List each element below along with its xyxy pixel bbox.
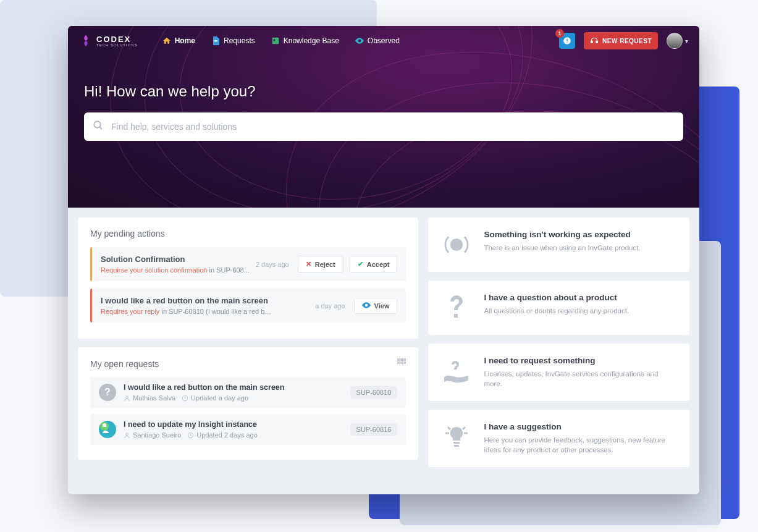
pending-action-card[interactable]: I would like a red button on the main sc…: [90, 289, 406, 323]
svg-rect-0: [214, 40, 217, 41]
headset-icon: [590, 36, 599, 45]
user-icon: [124, 432, 130, 439]
reject-button[interactable]: ✕ Reject: [298, 256, 343, 272]
svg-rect-3: [273, 39, 275, 40]
open-requests-panel: My open requests ? I would like a red bu…: [78, 347, 418, 460]
category-title: I need to request something: [484, 356, 676, 365]
svg-line-32: [463, 427, 465, 429]
view-button[interactable]: View: [354, 298, 398, 314]
category-title: I have a suggestion: [484, 422, 676, 431]
hand-icon: [442, 356, 471, 386]
lightbulb-icon: [442, 422, 471, 452]
svg-rect-4: [273, 40, 275, 41]
action-time: 2 days ago: [256, 261, 289, 268]
grid-view-toggle[interactable]: [397, 358, 406, 369]
logo-icon: [79, 34, 93, 48]
category-card-question[interactable]: I have a question about a product All qu…: [428, 281, 689, 335]
svg-rect-7: [566, 42, 567, 43]
svg-rect-13: [400, 358, 403, 361]
category-desc: Here you can provide feedback, suggestio…: [484, 435, 676, 455]
question-icon: [442, 293, 471, 323]
user-menu-button[interactable]: ▾: [667, 33, 688, 49]
request-title: I would like a red button on the main sc…: [124, 383, 343, 392]
clock-icon: [182, 395, 188, 402]
hero-banner: CODEX TECH SOLUTIONS Home Requests: [68, 26, 699, 208]
category-title: Something isn't working as expected: [484, 230, 640, 239]
nav-label: Observed: [368, 36, 400, 45]
request-meta: Santiago Sueiro Updated 2 days ago: [124, 431, 343, 439]
action-title: I would like a red button on the main sc…: [101, 296, 309, 305]
svg-point-18: [126, 395, 128, 398]
action-title: Solution Confirmation: [101, 255, 250, 264]
search-input[interactable]: [111, 122, 675, 132]
action-subtitle: Requirse your solution confirmation in S…: [101, 266, 250, 274]
nav-observed[interactable]: Observed: [354, 34, 401, 48]
svg-point-10: [94, 121, 101, 128]
open-request-card[interactable]: ? I would like a red button on the main …: [90, 377, 406, 408]
pending-actions-title: My pending actions: [90, 229, 406, 239]
svg-rect-9: [596, 41, 597, 43]
notification-count-badge: 1: [555, 29, 564, 38]
svg-rect-6: [566, 39, 567, 42]
open-requests-title: My open requests: [90, 359, 159, 369]
eye-icon: [362, 302, 371, 310]
category-card-suggestion[interactable]: I have a suggestion Here you can provide…: [428, 410, 689, 467]
open-request-card[interactable]: I need to update my Insight instance San…: [90, 414, 406, 445]
svg-line-11: [99, 127, 102, 129]
request-id-badge: SUP-60810: [350, 386, 398, 399]
svg-rect-26: [454, 314, 458, 318]
hero-title: Hi! How can we help you?: [84, 83, 683, 100]
file-icon: [211, 36, 220, 45]
category-desc: Licenses, updates, InvGate services conf…: [484, 369, 676, 389]
user-icon: [124, 395, 130, 402]
svg-rect-12: [397, 358, 400, 361]
svg-rect-27: [453, 442, 460, 444]
svg-rect-16: [400, 361, 403, 364]
eye-icon: [355, 36, 364, 45]
svg-rect-17: [403, 361, 406, 364]
bell-hand-icon: [99, 421, 116, 438]
brand-logo[interactable]: CODEX TECH SOLUTIONS: [79, 34, 138, 48]
question-icon: ?: [99, 384, 116, 401]
action-time: a day ago: [315, 302, 345, 310]
nav-label: Requests: [224, 36, 255, 45]
nav-label: Knowledge Base: [284, 36, 339, 45]
search-icon: [93, 120, 104, 133]
category-card-request[interactable]: I need to request something Licenses, up…: [428, 344, 689, 401]
book-icon: [271, 36, 280, 45]
notification-button[interactable]: 1: [559, 33, 575, 49]
category-desc: There is an issue when using an InvGate …: [484, 243, 640, 253]
nav-knowledge-base[interactable]: Knowledge Base: [270, 34, 340, 48]
clock-icon: [187, 432, 194, 439]
request-title: I need to update my Insight instance: [124, 420, 343, 429]
svg-point-21: [126, 433, 128, 435]
accept-button[interactable]: ✔ Accept: [350, 256, 398, 272]
new-request-label: NEW REQUEST: [602, 38, 652, 44]
pending-action-card[interactable]: Solution Confirmation Requirse your solu…: [90, 247, 406, 281]
main-body: My pending actions Solution Confirmation…: [68, 208, 699, 477]
alert-icon: [563, 36, 571, 45]
svg-rect-25: [456, 247, 458, 249]
nav-requests[interactable]: Requests: [210, 34, 256, 48]
avatar: [667, 33, 683, 49]
search-bar[interactable]: [84, 112, 683, 141]
app-window: CODEX TECH SOLUTIONS Home Requests: [68, 26, 699, 494]
category-desc: All questions or doubts regarding any pr…: [484, 306, 629, 316]
nav-items: Home Requests Knowledge Base: [161, 34, 401, 48]
home-icon: [162, 36, 171, 45]
action-subtitle: Requires your reply in SUP-60810 (I woul…: [101, 308, 274, 315]
svg-rect-2: [272, 38, 279, 44]
svg-rect-8: [591, 41, 592, 43]
brand-name: CODEX: [96, 35, 138, 43]
new-request-button[interactable]: NEW REQUEST: [584, 32, 658, 49]
svg-rect-28: [454, 445, 459, 447]
category-card-issue[interactable]: Something isn't working as expected Ther…: [428, 217, 689, 272]
top-navbar: CODEX TECH SOLUTIONS Home Requests: [68, 26, 699, 56]
check-icon: ✔: [358, 260, 363, 268]
nav-label: Home: [175, 36, 195, 45]
chevron-down-icon: ▾: [685, 38, 688, 44]
nav-home[interactable]: Home: [161, 34, 196, 48]
category-title: I have a question about a product: [484, 293, 629, 302]
svg-line-31: [448, 427, 450, 429]
svg-rect-1: [214, 41, 217, 42]
